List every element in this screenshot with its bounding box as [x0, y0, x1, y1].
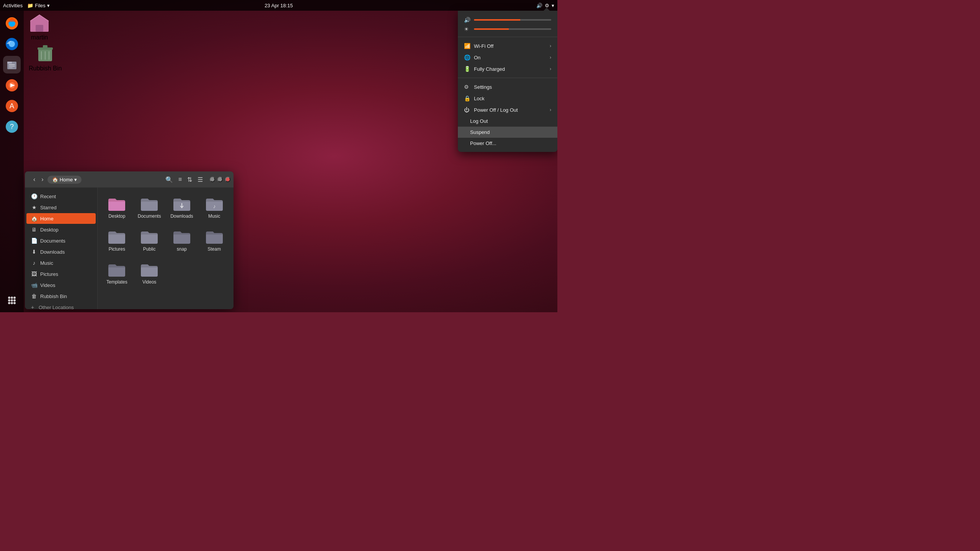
fm-breadcrumb[interactable]: 🏠 Home ▾ — [47, 176, 82, 184]
folder-desktop-label: Desktop — [108, 214, 125, 219]
documents-icon: 📄 — [31, 238, 37, 244]
folder-steam[interactable]: Steam — [199, 225, 229, 255]
volume-slider[interactable] — [474, 19, 551, 21]
fm-view-icon[interactable]: ≡ — [177, 174, 183, 184]
folder-snap-label: snap — [177, 246, 187, 252]
desktop-icon-rubbish-bin[interactable]: Rubbish Bin — [29, 42, 62, 72]
lock-menu-item[interactable]: 🔒 Lock — [458, 93, 557, 104]
fm-navigation: ‹ › 🏠 Home ▾ 🔍 ≡ ⇅ ☰ — [28, 174, 207, 185]
topbar: Activities 📁 Files ▾ 23 Apr 18:15 🔊 ⚙ ▾ — [0, 0, 557, 11]
dock-item-help[interactable]: ? — [3, 118, 21, 135]
folder-templates[interactable]: Templates — [102, 258, 132, 288]
svg-point-19 — [8, 299, 10, 302]
svg-point-21 — [13, 299, 16, 302]
volume-icon[interactable]: 🔊 — [536, 3, 542, 8]
chevron-down-icon[interactable]: ▾ — [552, 3, 554, 8]
folder-documents-label: Documents — [138, 214, 161, 219]
settings-menu-item[interactable]: ⚙ Settings — [458, 81, 557, 93]
svg-point-20 — [11, 299, 13, 302]
desktop-icon-martin[interactable]: martin — [29, 13, 50, 41]
folder-downloads[interactable]: Downloads — [167, 192, 197, 222]
battery-arrow: › — [550, 66, 551, 72]
svg-rect-6 — [9, 64, 15, 65]
svg-point-18 — [13, 297, 16, 299]
wifi-icon: 📶 — [464, 43, 470, 49]
folder-downloads-label: Downloads — [170, 214, 193, 219]
sidebar-item-rubbish-bin[interactable]: 🗑 Rubbish Bin — [26, 291, 96, 302]
volume-icon: 🔊 — [464, 17, 471, 23]
dock-item-files[interactable] — [3, 56, 21, 73]
svg-point-17 — [11, 297, 13, 299]
sidebar-item-documents[interactable]: 📄 Documents — [26, 235, 96, 246]
folder-pictures[interactable]: Pictures — [102, 225, 132, 255]
brightness-slider-row: ☀ — [458, 24, 557, 34]
dock-item-ubuntu-software[interactable]: A — [3, 97, 21, 115]
suspend-menu-item[interactable]: Suspend — [458, 127, 557, 138]
menu-divider-2 — [458, 78, 557, 78]
fm-content-area: Desktop Documents — [98, 187, 234, 309]
svg-rect-28 — [43, 45, 47, 48]
sidebar-item-downloads[interactable]: ⬇ Downloads — [26, 246, 96, 257]
on-menu-item[interactable]: 🌐 On › — [458, 52, 557, 63]
chevron-down-icon: ▾ — [74, 177, 77, 183]
dock-item-rhythmbox[interactable] — [3, 77, 21, 94]
folder-snap[interactable]: snap — [167, 225, 197, 255]
sidebar-item-other-locations[interactable]: + Other Locations — [25, 302, 97, 309]
poweroff-menu-item[interactable]: Power Off... — [458, 138, 557, 149]
volume-slider-row: 🔊 — [458, 15, 557, 24]
dock-item-firefox[interactable] — [3, 15, 21, 32]
fm-maximize-button[interactable] — [217, 177, 223, 182]
folder-music[interactable]: ♪ Music — [199, 192, 229, 222]
wifi-menu-item[interactable]: 📶 Wi-Fi Off › — [458, 40, 557, 52]
fm-toolbar-icons: 🔍 ≡ ⇅ ☰ — [164, 174, 204, 185]
fm-back-button[interactable]: ‹ — [31, 175, 38, 184]
datetime-display: 23 Apr 18:15 — [265, 3, 293, 8]
sidebar-item-pictures[interactable]: 🖼 Pictures — [26, 269, 96, 279]
svg-point-23 — [11, 302, 13, 304]
fm-minimize-button[interactable] — [210, 177, 215, 182]
files-menu[interactable]: 📁 Files ▾ — [27, 3, 49, 8]
settings-icon: ⚙ — [464, 84, 470, 90]
folder-templates-label: Templates — [106, 279, 127, 285]
fm-forward-button[interactable]: › — [39, 175, 46, 184]
pictures-icon: 🖼 — [31, 271, 37, 277]
battery-menu-item[interactable]: 🔋 Fully Charged › — [458, 63, 557, 75]
folder-public[interactable]: Public — [135, 225, 164, 255]
folder-pictures-label: Pictures — [109, 246, 125, 252]
sidebar-item-home[interactable]: 🏠 Home — [26, 213, 96, 224]
sidebar-item-desktop[interactable]: 🖥 Desktop — [26, 224, 96, 235]
on-arrow: › — [550, 55, 551, 60]
folder-videos[interactable]: Videos — [135, 258, 164, 288]
home-folder-icon — [29, 13, 50, 34]
sidebar-item-starred[interactable]: ★ Starred — [26, 202, 96, 213]
fm-close-button[interactable] — [225, 177, 230, 182]
brightness-slider[interactable] — [474, 28, 551, 30]
sidebar-item-music[interactable]: ♪ Music — [26, 258, 96, 268]
dock-item-thunderbird[interactable] — [3, 35, 21, 53]
folder-desktop[interactable]: Desktop — [102, 192, 132, 222]
folder-icon: 📁 — [27, 3, 33, 8]
martin-label: martin — [31, 34, 48, 41]
rubbish-bin-folder-icon — [34, 42, 56, 65]
folder-steam-label: Steam — [207, 246, 221, 252]
sidebar-item-recent[interactable]: 🕐 Recent — [26, 191, 96, 202]
dock-item-app-grid[interactable] — [3, 292, 21, 309]
logout-menu-item[interactable]: Log Out — [458, 116, 557, 127]
application-dock: A ? — [0, 11, 24, 312]
chevron-down-icon: ▾ — [47, 3, 50, 8]
system-menu: 🔊 ☀ 📶 Wi-Fi Off › 🌐 On › 🔋 Fully Charged… — [458, 11, 557, 152]
folder-public-label: Public — [143, 246, 156, 252]
power-menu-item[interactable]: ⏻ Power Off / Log Out › — [458, 104, 557, 116]
fm-search-icon[interactable]: 🔍 — [164, 174, 175, 185]
svg-text:?: ? — [10, 123, 14, 130]
svg-point-24 — [13, 302, 16, 304]
fm-sort-icon[interactable]: ⇅ — [186, 174, 194, 185]
folder-documents[interactable]: Documents — [135, 192, 164, 222]
svg-rect-7 — [9, 66, 15, 67]
svg-text:♪: ♪ — [213, 203, 216, 209]
sidebar-item-videos[interactable]: 📹 Videos — [26, 280, 96, 290]
activities-button[interactable]: Activities — [3, 3, 23, 8]
videos-icon: 📹 — [31, 282, 37, 288]
network-icon: 🌐 — [464, 54, 470, 60]
fm-menu-icon[interactable]: ☰ — [196, 174, 204, 185]
